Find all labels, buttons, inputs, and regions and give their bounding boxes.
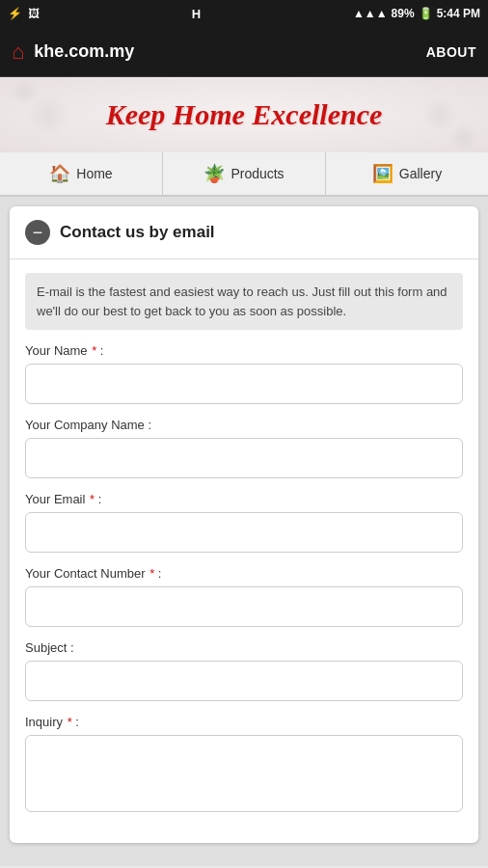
app-logo-icon: ⌂ (12, 40, 24, 65)
label-contact: Your Contact Number * : (25, 566, 463, 581)
tab-gallery[interactable]: 🖼️ Gallery (326, 152, 488, 195)
label-inquiry: Inquiry * : (25, 715, 463, 729)
gallery-tab-icon: 🖼️ (372, 163, 393, 184)
nav-tabs: 🏠 Home 🪴 Products 🖼️ Gallery (0, 152, 488, 197)
battery-icon: 🔋 (419, 7, 433, 20)
label-subject: Subject : (25, 640, 463, 655)
field-subject: Subject : (25, 640, 463, 701)
label-name: Your Name * : (25, 343, 463, 358)
about-button[interactable]: ABOUT (426, 44, 476, 60)
contact-form: E-mail is the fastest and easiest way to… (10, 259, 478, 843)
app-bar: ⌂ khe.com.my ABOUT (0, 27, 488, 77)
field-email: Your Email * : (25, 492, 463, 553)
contact-card: − Contact us by email E-mail is the fast… (10, 206, 478, 843)
form-description: E-mail is the fastest and easiest way to… (25, 273, 463, 330)
required-star-email: * (86, 492, 95, 506)
status-bar: ⚡ 🖼 H ▲▲▲ 89% 🔋 5:44 PM (0, 0, 488, 27)
input-name[interactable] (25, 364, 463, 404)
contact-header-icon: − (25, 220, 50, 245)
banner: Keep Home Excellence (0, 77, 488, 152)
gallery-tab-label: Gallery (399, 166, 442, 181)
field-name: Your Name * : (25, 343, 463, 404)
products-tab-icon: 🪴 (203, 163, 225, 184)
main-content: − Contact us by email E-mail is the fast… (0, 197, 488, 866)
input-email[interactable] (25, 512, 463, 553)
tab-home[interactable]: 🏠 Home (0, 152, 163, 195)
status-left-icons: ⚡ 🖼 (8, 7, 40, 20)
required-star-contact: * (147, 566, 155, 581)
field-contact: Your Contact Number * : (25, 566, 463, 627)
banner-title: Keep Home Excellence (106, 98, 383, 131)
signal-icon: ▲▲▲ (353, 7, 388, 20)
field-inquiry: Inquiry * : (25, 715, 463, 816)
required-star-name: * (89, 343, 97, 358)
tab-products[interactable]: 🪴 Products (163, 152, 326, 195)
app-bar-left: ⌂ khe.com.my (12, 40, 134, 65)
usb-icon: ⚡ (8, 7, 22, 20)
label-email: Your Email * : (25, 492, 463, 506)
input-contact[interactable] (25, 586, 463, 627)
input-subject[interactable] (25, 661, 463, 701)
status-center: H (192, 7, 201, 21)
input-inquiry[interactable] (25, 735, 463, 812)
home-tab-label: Home (76, 166, 112, 181)
input-company[interactable] (25, 438, 463, 478)
contact-header-title: Contact us by email (60, 223, 215, 242)
battery-level: 89% (392, 7, 415, 20)
required-star-inquiry: * (64, 715, 72, 729)
minus-icon: − (33, 224, 43, 241)
products-tab-label: Products (230, 166, 284, 181)
time: 5:44 PM (437, 7, 480, 20)
image-icon: 🖼 (28, 7, 40, 20)
app-title: khe.com.my (34, 41, 134, 62)
status-right: ▲▲▲ 89% 🔋 5:44 PM (353, 7, 480, 20)
contact-header: − Contact us by email (10, 206, 478, 259)
field-company: Your Company Name : (25, 418, 463, 478)
home-tab-icon: 🏠 (49, 163, 70, 184)
label-company: Your Company Name : (25, 418, 463, 432)
